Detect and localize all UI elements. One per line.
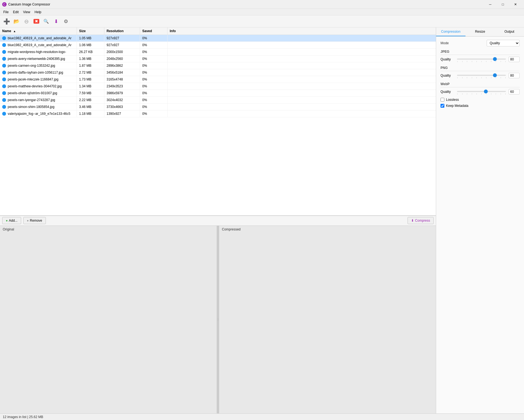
tick (486, 77, 486, 78)
left-panel: Name ▲ Size Resolution Saved Info blue19… (0, 27, 436, 413)
table-row[interactable]: pexels-jacek-mleczek-1166847.jpg1.73 MB3… (0, 76, 436, 83)
file-list-header: Name ▲ Size Resolution Saved Info (0, 27, 436, 35)
table-row[interactable]: migrate-wordpress-high-resolution-logo-2… (0, 49, 436, 55)
tab-resize[interactable]: Resize (466, 27, 495, 36)
file-size-cell: 2.72 MB (77, 69, 104, 76)
file-name-cell: pexels-daffa-rayhan-zein-1056117.jpg (0, 69, 77, 76)
remove-all-button[interactable]: ✖ (32, 17, 41, 26)
col-header-name[interactable]: Name ▲ (0, 27, 77, 35)
file-size-cell: 1.05 MB (77, 35, 104, 41)
open-folder-button[interactable]: 📂 (12, 17, 21, 26)
file-size-cell: 1.06 MB (77, 42, 104, 48)
lossless-checkbox[interactable] (441, 98, 444, 102)
remove-files-icon: ● (27, 219, 29, 222)
remove-files-button[interactable]: ● Remove (23, 217, 46, 224)
table-row[interactable]: pexels-matthew-devries-3044702.jpg1.34 M… (0, 83, 436, 90)
table-row[interactable]: blue1982_40619_A_cute_and_adorable_Ar1.0… (0, 42, 436, 49)
file-saved-cell: 0% (140, 49, 168, 55)
col-header-size[interactable]: Size (77, 27, 104, 35)
tab-output[interactable]: Output (495, 27, 524, 36)
file-info-cell (168, 112, 436, 115)
lossless-label: Lossless (446, 98, 459, 102)
remove-one-button[interactable]: ⊖ (22, 17, 31, 26)
table-row[interactable]: valeriyajasim_fog--ar_169_e7e1e133-46c51… (0, 110, 436, 117)
file-type-icon (2, 84, 6, 88)
col-header-info[interactable]: Info (168, 27, 436, 35)
file-saved-cell: 0% (140, 97, 168, 103)
mode-select[interactable]: Quality Lossless Custom (487, 40, 520, 46)
tick (491, 93, 491, 94)
tick (457, 93, 458, 94)
app-title: Caesium Image Compressor (8, 2, 484, 6)
file-info-cell (168, 71, 436, 74)
tick (476, 61, 477, 62)
add-icon: ➕ (3, 18, 10, 25)
tick (486, 61, 486, 62)
file-info-cell (168, 37, 436, 40)
toolbar: ➕ 📂 ⊖ ✖ 🔍 ⬇ ⚙ (0, 15, 524, 27)
col-header-resolution[interactable]: Resolution (104, 27, 140, 35)
file-type-icon (2, 98, 6, 102)
file-resolution-cell: 3730x4663 (104, 104, 140, 110)
file-list-container[interactable]: Name ▲ Size Resolution Saved Info blue19… (0, 27, 436, 216)
file-resolution-cell: 927x927 (104, 42, 140, 48)
tick (472, 93, 472, 94)
tick (496, 61, 496, 62)
compress-label: Compress (415, 219, 430, 222)
png-quality-label: Quality (441, 74, 457, 77)
table-row[interactable]: pexels-simon-shim-1805854.jpg3.46 MB3730… (0, 104, 436, 110)
table-row[interactable]: blue1982_40619_A_cute_and_adorable_Ar1.0… (0, 35, 436, 42)
preview-divider[interactable]: ⋮ (217, 226, 219, 414)
col-header-saved[interactable]: Saved (140, 27, 168, 35)
tick (505, 77, 506, 78)
settings-button[interactable]: ⚙ (62, 17, 70, 26)
file-saved-cell: 0% (140, 76, 168, 83)
keep-metadata-checkbox[interactable] (441, 104, 444, 108)
close-button[interactable]: ✕ (509, 0, 522, 9)
menu-file[interactable]: File (1, 10, 11, 15)
tick (462, 77, 462, 78)
file-info-cell (168, 105, 436, 108)
export-button[interactable]: ⬇ (52, 17, 60, 26)
tick (481, 93, 482, 94)
file-saved-cell: 0% (140, 55, 168, 62)
add-button[interactable]: ➕ (2, 17, 11, 26)
add-files-button[interactable]: ● Add... (2, 217, 21, 224)
compress-button[interactable]: ⬇ Compress (408, 217, 434, 224)
table-row[interactable]: pexels-carmen-ong-1353242.jpg1.87 MB2896… (0, 62, 436, 69)
menu-edit[interactable]: Edit (11, 10, 21, 15)
webp-quality-value[interactable] (509, 89, 520, 94)
jpeg-quality-slider[interactable] (457, 59, 506, 60)
preview-compressed: Compressed (219, 226, 436, 414)
table-row[interactable]: pexels-avery-nielsenwebb-2406395.jpg1.36… (0, 55, 436, 62)
right-panel: Compression Resize Output Mode Quality L… (436, 27, 524, 413)
maximize-button[interactable]: □ (497, 0, 509, 9)
webp-quality-slider[interactable] (457, 91, 506, 92)
file-name-cell: blue1982_40619_A_cute_and_adorable_Ar (0, 42, 77, 48)
table-row[interactable]: pexels-oliver-sjöström-931007.jpg7.59 MB… (0, 90, 436, 97)
file-name-cell: blue1982_40619_A_cute_and_adorable_Ar (0, 35, 77, 41)
tick (457, 61, 458, 62)
file-saved-cell: 0% (140, 62, 168, 69)
tick (457, 77, 458, 78)
search-button[interactable]: 🔍 (42, 17, 51, 26)
file-name-cell: valeriyajasim_fog--ar_169_e7e1e133-46c5 (0, 110, 77, 117)
png-quality-row: Quality (441, 73, 520, 78)
remove-one-icon: ⊖ (24, 18, 29, 25)
jpeg-quality-value[interactable] (509, 57, 520, 62)
webp-section-title: WebP (441, 82, 520, 87)
menu-help[interactable]: Help (32, 10, 44, 15)
table-row[interactable]: pexels-ram-iyengar-2743287.jpg2.22 MB302… (0, 97, 436, 104)
mode-label: Mode (441, 41, 449, 45)
tick (472, 77, 472, 78)
file-saved-cell: 0% (140, 83, 168, 90)
png-quality-value[interactable] (509, 73, 520, 78)
png-quality-slider[interactable] (457, 75, 506, 76)
menu-view[interactable]: View (21, 10, 32, 15)
tab-compression[interactable]: Compression (436, 27, 466, 36)
table-row[interactable]: pexels-daffa-rayhan-zein-1056117.jpg2.72… (0, 69, 436, 76)
webp-slider-container (457, 89, 506, 94)
file-type-icon (2, 91, 6, 95)
tick (505, 93, 506, 94)
minimize-button[interactable]: ─ (484, 0, 497, 9)
